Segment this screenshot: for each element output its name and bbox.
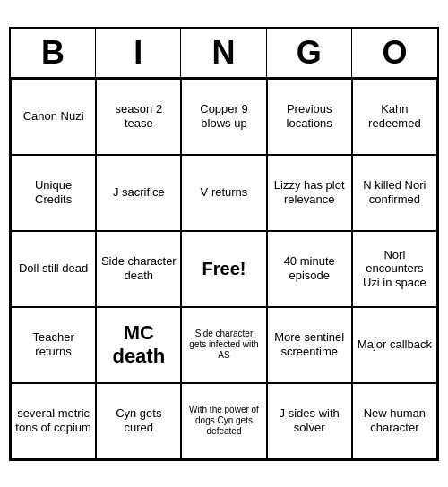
bingo-cell: Lizzy has plot relevance [267,155,352,231]
bingo-letter: B [11,29,96,77]
bingo-cell: More sentinel screentime [267,307,352,383]
bingo-cell: Kahn redeemed [352,79,437,155]
bingo-cell: With the power of dogs Cyn gets defeated [181,383,266,459]
bingo-cell: Major callback [352,307,437,383]
bingo-card: BINGO Canon Nuziseason 2 teaseCopper 9 b… [9,27,439,461]
bingo-cell: Side character death [96,231,181,307]
bingo-cell: Previous locations [267,79,352,155]
bingo-letter: I [96,29,181,77]
bingo-cell: season 2 tease [96,79,181,155]
bingo-cell: J sides with solver [267,383,352,459]
bingo-letter: G [267,29,352,77]
bingo-cell: Canon Nuzi [11,79,96,155]
bingo-cell: 40 minute episode [267,231,352,307]
bingo-letter: N [181,29,266,77]
bingo-cell: Copper 9 blows up [181,79,266,155]
bingo-cell: New human character [352,383,437,459]
bingo-cell: Free! [181,231,266,307]
bingo-cell: MC death [96,307,181,383]
bingo-header: BINGO [11,29,437,79]
bingo-cell: Doll still dead [11,231,96,307]
bingo-cell: Teacher returns [11,307,96,383]
bingo-cell: Nori encounters Uzi in space [352,231,437,307]
bingo-cell: Unique Credits [11,155,96,231]
bingo-cell: V returns [181,155,266,231]
bingo-cell: several metric tons of copium [11,383,96,459]
bingo-grid: Canon Nuziseason 2 teaseCopper 9 blows u… [11,79,437,459]
bingo-cell: J sacrifice [96,155,181,231]
bingo-cell: N killed Nori confirmed [352,155,437,231]
bingo-cell: Side character gets infected with AS [181,307,266,383]
bingo-cell: Cyn gets cured [96,383,181,459]
bingo-letter: O [352,29,437,77]
